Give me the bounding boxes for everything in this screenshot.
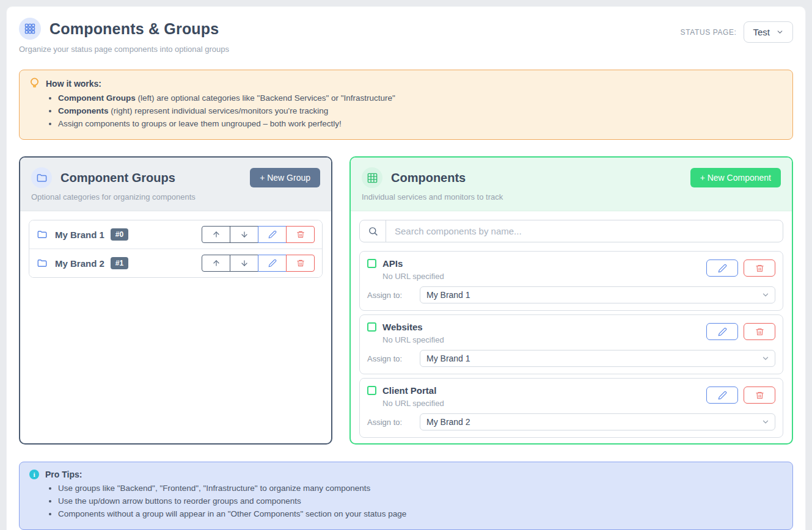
groups-panel-header: Component Groups + New Group Optional ca… [20,158,331,211]
how-it-works-box: How it works: Component Groups (left) ar… [19,70,793,140]
how-it-works-list: Component Groups (left) are optional cat… [58,93,783,128]
assign-group-select[interactable]: My Brand 2 [420,413,775,430]
group-order-badge: #1 [111,257,128,269]
group-list: My Brand 1 #0 [29,220,323,278]
component-name: Client Portal [382,385,436,396]
status-page-value: Test [753,27,770,37]
component-list: APIs No URL specified [359,251,783,438]
folder-icon [31,167,52,188]
new-group-button[interactable]: + New Group [250,168,320,187]
page-header: Components & Groups Organize your status… [19,18,793,54]
pencil-icon [268,259,277,267]
components-panel-header: Components + New Component Individual se… [351,158,792,211]
assign-to-label: Assign to: [367,354,420,363]
pro-tips-item: Components without a group will appear i… [58,509,783,518]
component-name: APIs [382,258,403,269]
component-checkbox[interactable] [367,259,376,268]
group-order-badge: #0 [111,228,128,241]
delete-group-button[interactable] [286,255,315,272]
component-card: Websites No URL specified [359,314,783,374]
pro-tips-item: Use the up/down arrow buttons to reorder… [58,496,783,506]
components-grid-icon [19,18,41,40]
arrow-up-icon [212,259,221,267]
groups-panel-title: Component Groups [60,171,250,185]
delete-group-button[interactable] [286,226,315,243]
group-row: My Brand 2 #1 [29,249,322,277]
trash-icon [755,391,764,400]
groups-panel-subtitle: Optional categories for organizing compo… [31,192,320,201]
arrow-up-icon [212,230,221,239]
folder-icon [37,229,48,240]
search-icon [360,220,386,242]
trash-icon [296,259,305,267]
chevron-down-icon [776,28,784,36]
assign-group-select[interactable]: My Brand 1 [420,286,775,303]
pencil-icon [718,264,727,273]
how-it-works-item: Assign components to groups or leave the… [58,119,783,128]
move-down-button[interactable] [230,255,258,272]
components-panel: Components + New Component Individual se… [349,156,793,445]
group-row: My Brand 1 #0 [29,220,322,249]
edit-component-button[interactable] [706,260,738,277]
status-page-select[interactable]: Test [744,21,793,43]
page-title: Components & Groups [49,20,219,38]
pencil-icon [718,327,727,336]
pencil-icon [718,391,727,400]
arrow-down-icon [240,259,249,267]
page-card: Components & Groups Organize your status… [6,6,806,530]
component-search [359,220,783,242]
trash-icon [296,230,305,239]
move-up-button[interactable] [202,226,230,243]
pro-tips-title: Pro Tips: [45,470,82,479]
lightbulb-icon [29,78,40,89]
how-it-works-item: Component Groups (left) are optional cat… [58,93,783,103]
assign-to-label: Assign to: [367,291,420,300]
new-component-button[interactable]: + New Component [690,168,781,187]
page-subtitle: Organize your status page components int… [19,45,229,54]
trash-icon [755,264,764,273]
component-url-note: No URL specified [382,399,706,408]
edit-component-button[interactable] [706,323,738,340]
delete-component-button[interactable] [744,260,775,277]
info-icon: i [29,470,39,479]
table-grid-icon [362,167,382,188]
pro-tips-box: i Pro Tips: Use groups like "Backend", "… [19,462,793,530]
components-panel-title: Components [391,171,690,185]
component-checkbox[interactable] [367,322,376,332]
component-name: Websites [382,322,423,332]
component-checkbox[interactable] [367,386,376,395]
edit-group-button[interactable] [258,255,287,272]
trash-icon [755,327,764,336]
component-card: APIs No URL specified [359,251,783,311]
components-panel-subtitle: Individual services and monitors to trac… [362,192,781,201]
edit-component-button[interactable] [706,387,738,404]
group-name: My Brand 1 [55,230,104,240]
component-url-note: No URL specified [382,272,706,281]
pro-tips-list: Use groups like "Backend", "Frontend", "… [58,484,783,518]
pencil-icon [268,230,277,239]
arrow-down-icon [240,230,249,239]
status-page-label: STATUS PAGE: [681,28,737,37]
assign-to-label: Assign to: [367,418,420,427]
group-name: My Brand 2 [55,258,104,269]
component-card: Client Portal No URL specified [359,378,783,438]
pro-tips-item: Use groups like "Backend", "Frontend", "… [58,484,783,493]
delete-component-button[interactable] [744,323,775,340]
move-up-button[interactable] [202,255,230,272]
move-down-button[interactable] [230,226,258,243]
edit-group-button[interactable] [258,226,287,243]
component-url-note: No URL specified [382,335,706,344]
component-groups-panel: Component Groups + New Group Optional ca… [19,156,332,445]
how-it-works-title: How it works: [46,79,101,89]
folder-icon [37,258,48,269]
search-input[interactable] [386,220,783,242]
delete-component-button[interactable] [744,387,775,404]
assign-group-select[interactable]: My Brand 1 [420,350,775,367]
how-it-works-item: Components (right) represent individual … [58,106,783,115]
